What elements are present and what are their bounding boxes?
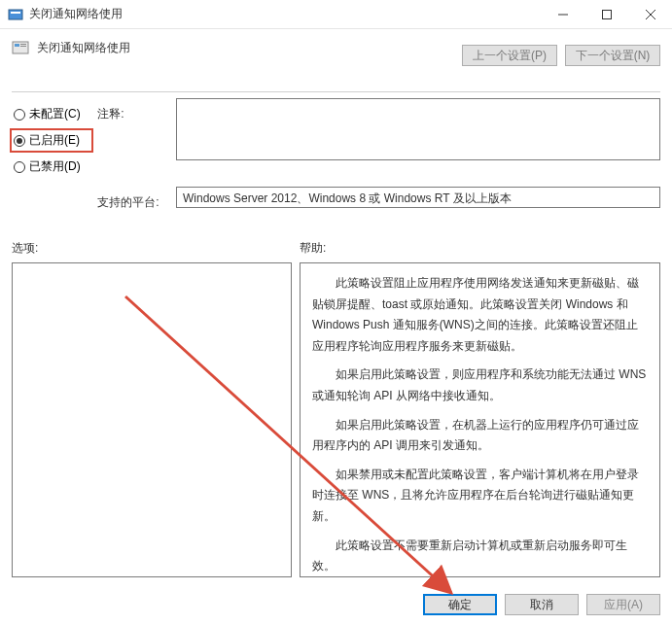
titlebar: 关闭通知网络使用 (0, 0, 672, 29)
maximize-button[interactable] (584, 0, 628, 29)
help-label: 帮助: (300, 240, 660, 257)
help-pane[interactable]: 此策略设置阻止应用程序使用网络发送通知来更新磁贴、磁贴锁屏提醒、toast 或原… (300, 262, 660, 577)
svg-rect-9 (20, 46, 26, 47)
next-setting-button[interactable]: 下一个设置(N) (565, 45, 660, 66)
platform-label: 支持的平台: (97, 187, 170, 211)
radio-label: 已禁用(D) (29, 158, 81, 175)
radio-group: 未配置(C) 已启用(E) 已禁用(D) (12, 98, 91, 179)
radio-disabled[interactable]: 已禁用(D) (12, 155, 91, 179)
radio-icon (14, 161, 25, 173)
help-paragraph: 如果启用此策略设置，则应用程序和系统功能无法通过 WNS 或通知轮询 API 从… (312, 365, 648, 406)
prev-setting-button[interactable]: 上一个设置(P) (462, 45, 557, 66)
options-pane (12, 262, 292, 577)
help-paragraph: 如果禁用或未配置此策略设置，客户端计算机将在用户登录时连接至 WNS，且将允许应… (312, 465, 648, 528)
apply-button[interactable]: 应用(A) (586, 594, 660, 615)
ok-button[interactable]: 确定 (423, 594, 497, 615)
policy-icon (12, 39, 29, 56)
svg-rect-0 (9, 10, 22, 19)
dialog-buttons: 确定 取消 应用(A) (423, 594, 660, 615)
options-label: 选项: (12, 240, 300, 257)
annotation-textarea[interactable] (176, 98, 660, 160)
radio-icon (14, 135, 25, 147)
radio-not-configured[interactable]: 未配置(C) (12, 102, 91, 126)
radio-label: 未配置(C) (29, 106, 81, 122)
close-button[interactable] (628, 0, 672, 29)
svg-rect-7 (15, 44, 19, 47)
help-paragraph: 如果启用此策略设置，在机器上运行的应用程序仍可通过应用程序内的 API 调用来引… (312, 415, 648, 457)
annotation-label: 注释: (97, 98, 170, 179)
radio-enabled[interactable]: 已启用(E) (10, 128, 93, 153)
help-paragraph: 此策略设置阻止应用程序使用网络发送通知来更新磁贴、磁贴锁屏提醒、toast 或原… (312, 273, 648, 357)
svg-rect-1 (11, 12, 20, 14)
app-icon (8, 7, 23, 22)
help-paragraph: 此策略设置不需要重新启动计算机或重新启动服务即可生效。 (312, 536, 648, 577)
cancel-button[interactable]: 取消 (505, 594, 579, 615)
platform-field: Windows Server 2012、Windows 8 或 Windows … (176, 187, 660, 208)
radio-icon (14, 109, 25, 121)
radio-label: 已启用(E) (29, 132, 80, 149)
minimize-button[interactable] (541, 0, 584, 29)
svg-rect-6 (13, 42, 28, 53)
nav-buttons: 上一个设置(P) 下一个设置(N) (462, 45, 660, 66)
svg-rect-3 (602, 10, 611, 18)
window-title: 关闭通知网络使用 (29, 6, 541, 22)
svg-rect-8 (20, 44, 26, 45)
